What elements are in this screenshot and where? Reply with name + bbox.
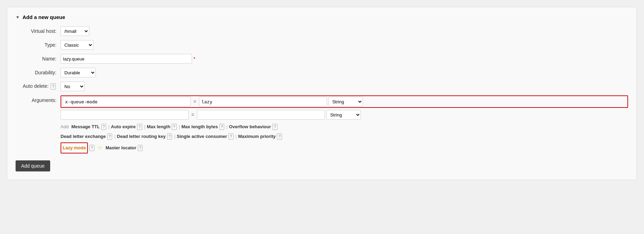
virtual-host-label: Virtual host: [16,28,61,34]
single-active-consumer-help[interactable]: ? [228,133,234,140]
max-length-help[interactable]: ? [172,124,177,130]
virtual-host-row: Virtual host: /hmall [16,26,628,36]
arguments-section: Arguments: x-queue-mode = lazy String Nu… [16,95,628,155]
name-row: Name: lazy.queue * [16,54,628,64]
shortcut-dead-letter-routing-key[interactable]: Dead letter routing key [117,132,166,141]
dead-letter-routing-key-help[interactable]: ? [167,133,172,140]
maximum-priority-help[interactable]: ? [277,133,282,140]
arg-type-select-2[interactable]: String Number Boolean [326,110,361,120]
argument-row-2: = String Number Boolean [61,110,628,120]
auto-expire-help[interactable]: ? [137,124,142,130]
type-select[interactable]: Classic Quorum [61,40,93,50]
max-length-bytes-help[interactable]: ? [219,124,225,130]
arguments-content: x-queue-mode = lazy String Number Boolea… [61,95,628,155]
argument-row-1: x-queue-mode = lazy String Number Boolea… [61,95,628,108]
shortcut-dead-letter-exchange[interactable]: Dead letter exchange [61,132,106,141]
name-label: Name: [16,56,61,62]
auto-delete-help-icon[interactable]: ? [51,83,56,90]
arg-val-input-1[interactable]: lazy [199,97,327,106]
durability-select[interactable]: Durable Transient [61,68,96,77]
shortcut-auto-expire[interactable]: Auto expire [111,122,136,131]
add-queue-button[interactable]: Add queue [16,160,50,171]
virtual-host-select[interactable]: /hmall [61,26,89,36]
equals-1: = [192,99,198,104]
cursor-hand-icon: ☞ [97,142,103,154]
shortcut-maximum-priority[interactable]: Maximum priority [238,132,275,141]
panel-heading: Add a new queue [22,14,65,20]
durability-label: Durability: [16,70,61,75]
shortcut-single-active-consumer[interactable]: Single active consumer [177,132,227,141]
equals-2: = [190,112,196,118]
shortcut-max-length-bytes[interactable]: Max length bytes [181,122,218,131]
arg-val-input-2[interactable] [197,110,325,120]
name-input[interactable]: lazy.queue [61,54,192,64]
auto-delete-label: Auto delete: ? [16,83,61,90]
shortcuts-row-2: Dead letter exchange ? | Dead letter rou… [61,132,628,141]
arg-key-input-2[interactable] [61,110,189,120]
shortcuts-area: Add Message TTL ? | Auto expire ? | Max … [61,122,628,154]
type-label: Type: [16,42,61,48]
dead-letter-exchange-help[interactable]: ? [107,133,112,140]
shortcut-lazy-mode[interactable]: Lazy mode [61,142,88,153]
master-locator-help[interactable]: ? [138,145,143,151]
shortcuts-row-1: Add Message TTL ? | Auto expire ? | Max … [61,122,628,131]
message-ttl-help[interactable]: ? [101,124,107,130]
arguments-label: Arguments: [16,95,61,103]
collapse-arrow[interactable]: ▼ [16,15,20,20]
panel-title: ▼ Add a new queue [16,14,628,20]
overflow-behaviour-help[interactable]: ? [272,124,278,130]
shortcut-message-ttl[interactable]: Message TTL [71,122,100,131]
add-queue-panel: ▼ Add a new queue Virtual host: /hmall T… [7,7,637,180]
add-label: Add [61,122,69,131]
arg-type-select-1[interactable]: String Number Boolean [328,97,363,106]
durability-row: Durability: Durable Transient [16,68,628,77]
shortcuts-row-3: Lazy mode ? ☞ Master locator ? [61,142,628,154]
auto-delete-select[interactable]: No Yes [61,82,85,91]
required-star: * [193,56,195,62]
shortcut-master-locator[interactable]: Master locator [106,143,136,152]
lazy-mode-help[interactable]: ? [89,145,94,151]
type-row: Type: Classic Quorum [16,40,628,50]
shortcut-overflow-behaviour[interactable]: Overflow behaviour [229,122,271,131]
auto-delete-row: Auto delete: ? No Yes [16,82,628,91]
shortcut-max-length[interactable]: Max length [147,122,170,131]
arg-key-input-1[interactable]: x-queue-mode [63,97,191,106]
